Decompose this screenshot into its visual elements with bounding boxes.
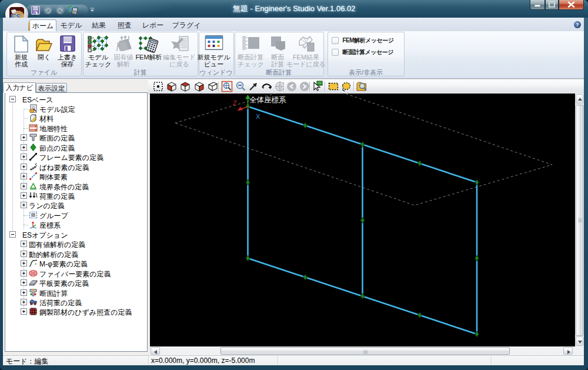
svg-text:X: X bbox=[256, 113, 260, 120]
svg-text:Z: Z bbox=[233, 99, 237, 106]
svg-text:全体座標系: 全体座標系 bbox=[249, 96, 286, 104]
